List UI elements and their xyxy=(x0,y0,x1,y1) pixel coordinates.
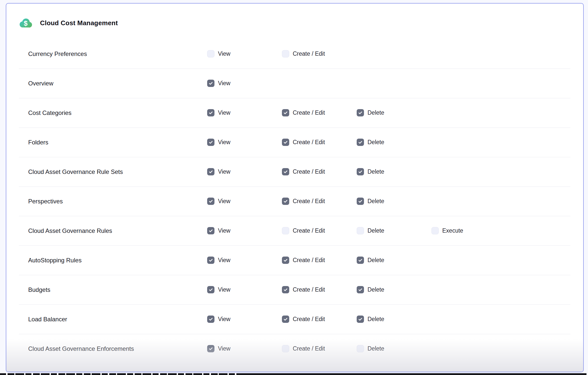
delete-permission-cell[interactable]: Delete xyxy=(357,257,384,264)
create-edit-checkbox-label[interactable]: Create / Edit xyxy=(293,286,325,293)
delete-checkbox[interactable] xyxy=(357,257,364,264)
view-permission-cell[interactable]: View xyxy=(207,198,230,205)
view-checkbox-label[interactable]: View xyxy=(218,227,230,234)
view-checkbox[interactable] xyxy=(207,257,214,264)
view-checkbox-label[interactable]: View xyxy=(218,109,230,116)
create-edit-checkbox-label[interactable]: Create / Edit xyxy=(293,316,325,323)
delete-permission-cell[interactable]: Delete xyxy=(357,198,384,205)
view-checkbox-label[interactable]: View xyxy=(218,50,230,57)
delete-checkbox[interactable] xyxy=(357,109,364,116)
execute-slot: Execute xyxy=(431,227,583,234)
view-permission-cell[interactable]: View xyxy=(207,139,230,146)
delete-permission-cell[interactable]: Delete xyxy=(357,139,384,146)
create-edit-checkbox-label[interactable]: Create / Edit xyxy=(293,50,325,57)
delete-checkbox-label[interactable]: Delete xyxy=(368,139,384,146)
view-checkbox[interactable] xyxy=(207,316,214,323)
check-icon xyxy=(283,140,288,145)
view-permission-cell[interactable]: View xyxy=(207,316,230,323)
delete-checkbox-label[interactable]: Delete xyxy=(368,227,384,234)
create-edit-checkbox-label[interactable]: Create / Edit xyxy=(293,109,325,116)
delete-checkbox-label[interactable]: Delete xyxy=(368,257,384,264)
view-checkbox[interactable] xyxy=(207,80,214,87)
delete-permission-cell[interactable]: Delete xyxy=(357,286,384,293)
delete-checkbox-label[interactable]: Delete xyxy=(368,316,384,323)
view-checkbox[interactable] xyxy=(207,227,214,234)
create-edit-checkbox[interactable] xyxy=(282,109,289,116)
create-edit-checkbox[interactable] xyxy=(282,50,289,57)
create-edit-permission-cell[interactable]: Create / Edit xyxy=(282,168,325,175)
create-edit-checkbox[interactable] xyxy=(282,345,289,352)
delete-checkbox[interactable] xyxy=(357,227,364,234)
create-edit-checkbox[interactable] xyxy=(282,139,289,146)
create-edit-checkbox-label[interactable]: Create / Edit xyxy=(293,257,325,264)
view-permission-cell[interactable]: View xyxy=(207,168,230,175)
execute-checkbox-label[interactable]: Execute xyxy=(442,227,463,234)
view-checkbox[interactable] xyxy=(207,109,214,116)
view-checkbox-label[interactable]: View xyxy=(218,345,230,352)
view-checkbox-label[interactable]: View xyxy=(218,80,230,87)
create-edit-checkbox-label[interactable]: Create / Edit xyxy=(293,227,325,234)
view-checkbox-label[interactable]: View xyxy=(218,168,230,175)
delete-permission-cell[interactable]: Delete xyxy=(357,168,384,175)
create-edit-slot: Create / Edit xyxy=(282,109,357,116)
delete-checkbox[interactable] xyxy=(357,139,364,146)
execute-permission-cell[interactable]: Execute xyxy=(431,227,463,234)
delete-permission-cell[interactable]: Delete xyxy=(357,109,384,116)
delete-checkbox-label[interactable]: Delete xyxy=(368,168,384,175)
create-edit-permission-cell[interactable]: Create / Edit xyxy=(282,257,325,264)
view-checkbox[interactable] xyxy=(207,139,214,146)
create-edit-permission-cell[interactable]: Create / Edit xyxy=(282,227,325,234)
check-icon xyxy=(208,346,213,351)
delete-checkbox-label[interactable]: Delete xyxy=(368,198,384,205)
delete-checkbox[interactable] xyxy=(357,168,364,175)
view-permission-cell[interactable]: View xyxy=(207,257,230,264)
delete-checkbox[interactable] xyxy=(357,198,364,205)
view-checkbox[interactable] xyxy=(207,198,214,205)
create-edit-checkbox[interactable] xyxy=(282,257,289,264)
delete-checkbox[interactable] xyxy=(357,345,364,352)
view-permission-cell[interactable]: View xyxy=(207,80,230,87)
view-checkbox[interactable] xyxy=(207,345,214,352)
view-checkbox-label[interactable]: View xyxy=(218,316,230,323)
create-edit-checkbox-label[interactable]: Create / Edit xyxy=(293,168,325,175)
delete-permission-cell[interactable]: Delete xyxy=(357,316,384,323)
create-edit-checkbox[interactable] xyxy=(282,316,289,323)
view-checkbox-label[interactable]: View xyxy=(218,257,230,264)
execute-checkbox[interactable] xyxy=(431,227,439,234)
check-icon xyxy=(208,199,213,204)
view-permission-cell[interactable]: View xyxy=(207,109,230,116)
create-edit-checkbox[interactable] xyxy=(282,227,289,234)
delete-checkbox[interactable] xyxy=(357,316,364,323)
create-edit-checkbox[interactable] xyxy=(282,286,289,293)
view-permission-cell[interactable]: View xyxy=(207,286,230,293)
create-edit-permission-cell[interactable]: Create / Edit xyxy=(282,50,325,57)
view-permission-cell[interactable]: View xyxy=(207,50,230,57)
create-edit-checkbox-label[interactable]: Create / Edit xyxy=(293,198,325,205)
view-checkbox-label[interactable]: View xyxy=(218,139,230,146)
delete-checkbox-label[interactable]: Delete xyxy=(368,286,384,293)
permission-row: Overview View xyxy=(6,69,583,98)
view-checkbox[interactable] xyxy=(207,50,214,57)
create-edit-checkbox[interactable] xyxy=(282,198,289,205)
create-edit-permission-cell[interactable]: Create / Edit xyxy=(282,139,325,146)
create-edit-checkbox-label[interactable]: Create / Edit xyxy=(293,345,325,352)
delete-checkbox-label[interactable]: Delete xyxy=(368,109,384,116)
create-edit-permission-cell[interactable]: Create / Edit xyxy=(282,345,325,352)
create-edit-checkbox-label[interactable]: Create / Edit xyxy=(293,139,325,146)
view-permission-cell[interactable]: View xyxy=(207,227,230,234)
create-edit-permission-cell[interactable]: Create / Edit xyxy=(282,109,325,116)
create-edit-permission-cell[interactable]: Create / Edit xyxy=(282,198,325,205)
view-checkbox-label[interactable]: View xyxy=(218,198,230,205)
clipped-text-below-card xyxy=(0,373,586,375)
create-edit-permission-cell[interactable]: Create / Edit xyxy=(282,316,325,323)
delete-checkbox-label[interactable]: Delete xyxy=(368,345,384,352)
view-checkbox-label[interactable]: View xyxy=(218,286,230,293)
view-checkbox[interactable] xyxy=(207,168,214,175)
create-edit-checkbox[interactable] xyxy=(282,168,289,175)
delete-permission-cell[interactable]: Delete xyxy=(357,227,384,234)
view-permission-cell[interactable]: View xyxy=(207,345,230,352)
delete-checkbox[interactable] xyxy=(357,286,364,293)
delete-permission-cell[interactable]: Delete xyxy=(357,345,384,352)
create-edit-permission-cell[interactable]: Create / Edit xyxy=(282,286,325,293)
view-checkbox[interactable] xyxy=(207,286,214,293)
